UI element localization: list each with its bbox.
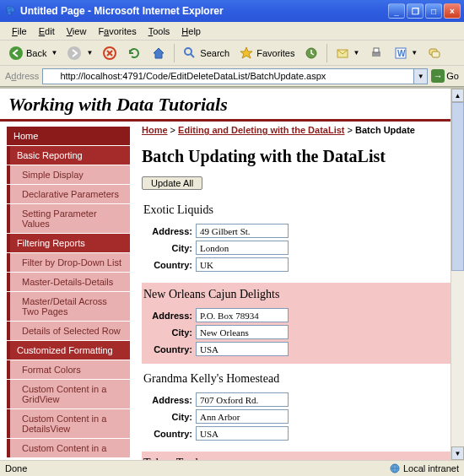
supplier-name: Exotic Liquids bbox=[143, 203, 452, 217]
update-all-button[interactable]: Update All bbox=[142, 176, 202, 190]
favorites-button[interactable]: Favorites bbox=[235, 44, 298, 62]
country-input[interactable] bbox=[196, 342, 289, 356]
edit-button[interactable]: W▼ bbox=[390, 44, 421, 62]
city-label: City: bbox=[143, 327, 192, 338]
svg-point-3 bbox=[185, 48, 192, 55]
nav-section[interactable]: Basic Reporting bbox=[7, 146, 130, 165]
main-content: Home > Editing and Deleting with the Dat… bbox=[130, 122, 464, 460]
close-button[interactable]: × bbox=[444, 3, 461, 19]
nav-item[interactable]: Custom Content in a DetailsView bbox=[7, 409, 130, 438]
back-label: Back bbox=[26, 48, 46, 58]
history-button[interactable] bbox=[300, 44, 322, 62]
discuss-button[interactable] bbox=[424, 44, 445, 62]
supplier-name: New Orleans Cajun Delights bbox=[143, 288, 452, 301]
status-text: Done bbox=[5, 463, 27, 473]
restore-button[interactable]: ❐ bbox=[407, 3, 424, 19]
nav-item[interactable]: Setting Parameter Values bbox=[7, 204, 130, 233]
svg-point-0 bbox=[9, 46, 23, 60]
city-input[interactable] bbox=[196, 241, 289, 255]
search-button[interactable]: Search bbox=[179, 44, 233, 62]
svg-rect-7 bbox=[374, 48, 379, 52]
scroll-thumb[interactable] bbox=[451, 102, 464, 271]
fwd-dropdown-icon: ▼ bbox=[86, 49, 93, 57]
nav-home[interactable]: Home bbox=[7, 127, 130, 145]
menu-file[interactable]: File bbox=[7, 24, 32, 38]
window-title: Untitled Page - Microsoft Internet Explo… bbox=[20, 5, 388, 17]
address-input[interactable] bbox=[196, 224, 289, 238]
nav-item[interactable]: Filter by Drop-Down List bbox=[7, 253, 130, 272]
address-input[interactable] bbox=[196, 308, 289, 322]
content-viewport: Working with Data Tutorials HomeBasic Re… bbox=[0, 87, 464, 460]
forward-icon bbox=[67, 46, 82, 61]
scroll-track[interactable] bbox=[451, 102, 464, 446]
svg-point-1 bbox=[67, 46, 81, 60]
city-input[interactable] bbox=[196, 325, 289, 339]
go-label: Go bbox=[446, 71, 459, 81]
print-icon bbox=[369, 46, 384, 61]
back-button[interactable]: Back ▼ bbox=[5, 44, 61, 62]
menu-view[interactable]: View bbox=[62, 24, 92, 38]
discuss-icon bbox=[427, 46, 442, 61]
nav-item[interactable]: Format Colors bbox=[7, 360, 130, 379]
mail-button[interactable]: ▼ bbox=[332, 44, 363, 62]
stop-button[interactable] bbox=[99, 44, 121, 62]
country-label: Country: bbox=[143, 429, 192, 439]
vertical-scrollbar[interactable]: ▲ ▼ bbox=[451, 89, 464, 460]
go-button[interactable]: → Go bbox=[431, 69, 459, 83]
page-title: Batch Updating with the DataList bbox=[142, 147, 459, 166]
menu-favorites[interactable]: Favorites bbox=[93, 24, 141, 38]
supplier-name: Grandma Kelly's Homestead bbox=[143, 372, 452, 386]
city-input[interactable] bbox=[196, 409, 289, 424]
back-icon bbox=[8, 46, 24, 61]
toolbar: Back ▼ ▼ Search Favorites ▼ W▼ bbox=[0, 41, 464, 66]
back-dropdown-icon: ▼ bbox=[51, 49, 57, 57]
address-dropdown-icon[interactable]: ▼ bbox=[414, 68, 428, 84]
scroll-up-icon[interactable]: ▲ bbox=[451, 89, 464, 102]
history-icon bbox=[304, 46, 319, 61]
menu-help[interactable]: Help bbox=[176, 24, 206, 38]
country-input[interactable] bbox=[196, 426, 289, 441]
minimize-button[interactable]: _ bbox=[388, 3, 405, 19]
refresh-icon bbox=[127, 46, 142, 61]
home-button[interactable] bbox=[148, 44, 170, 62]
address-label: Address: bbox=[143, 395, 192, 405]
country-label: Country: bbox=[143, 260, 192, 270]
nav-item[interactable]: Declarative Parameters bbox=[7, 185, 130, 203]
breadcrumb-home[interactable]: Home bbox=[142, 125, 168, 135]
fav-label: Favorites bbox=[256, 48, 294, 58]
nav-section[interactable]: Customized Formatting bbox=[7, 341, 130, 360]
forward-button[interactable]: ▼ bbox=[63, 44, 96, 62]
page-header: Working with Data Tutorials bbox=[0, 89, 464, 122]
supplier-name: Tokyo Traders bbox=[143, 457, 452, 460]
address-label: Address: bbox=[143, 311, 192, 321]
svg-rect-11 bbox=[432, 51, 440, 57]
search-label: Search bbox=[200, 48, 229, 58]
nav-section[interactable]: Filtering Reports bbox=[7, 234, 130, 252]
site-title: Working with Data Tutorials bbox=[8, 94, 456, 116]
menu-edit[interactable]: Edit bbox=[34, 24, 60, 38]
country-input[interactable] bbox=[196, 257, 289, 272]
refresh-button[interactable] bbox=[123, 44, 145, 62]
nav-item[interactable]: Custom Content in a GridView bbox=[7, 380, 130, 408]
go-icon: → bbox=[431, 69, 445, 83]
home-icon bbox=[151, 46, 166, 61]
zone-label: Local intranet bbox=[403, 463, 459, 473]
breadcrumb: Home > Editing and Deleting with the Dat… bbox=[142, 122, 459, 142]
maximize-button[interactable]: □ bbox=[425, 3, 442, 19]
address-input[interactable] bbox=[42, 68, 414, 84]
status-bar: Done Local intranet bbox=[0, 460, 464, 476]
nav-item[interactable]: Details of Selected Row bbox=[7, 322, 130, 340]
scroll-down-icon[interactable]: ▼ bbox=[451, 446, 464, 460]
nav-item[interactable]: Master-Details-Details bbox=[7, 273, 130, 291]
window-titlebar: Untitled Page - Microsoft Internet Explo… bbox=[0, 0, 464, 22]
nav-item[interactable]: Master/Detail Across Two Pages bbox=[7, 292, 130, 321]
nav-item[interactable]: Simple Display bbox=[7, 165, 130, 184]
breadcrumb-parent[interactable]: Editing and Deleting with the DataList bbox=[178, 125, 344, 135]
supplier-block: Tokyo Traders Address: City: Country: bbox=[142, 452, 459, 460]
menu-tools[interactable]: Tools bbox=[143, 24, 175, 38]
nav-item[interactable]: Custom Content in a bbox=[7, 439, 130, 457]
stop-icon bbox=[102, 46, 117, 61]
print-button[interactable] bbox=[365, 44, 387, 62]
address-input[interactable] bbox=[196, 392, 289, 407]
city-label: City: bbox=[143, 243, 192, 253]
